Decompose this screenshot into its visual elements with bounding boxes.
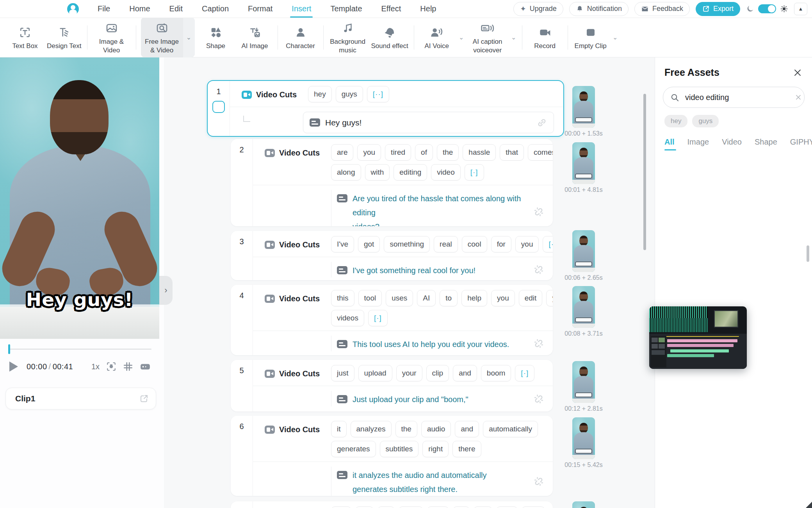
word-chip[interactable]: cool (462, 236, 487, 252)
word-chip[interactable]: the (395, 421, 417, 437)
word-chip[interactable]: automatically (483, 421, 538, 437)
broken-link-icon[interactable] (533, 338, 544, 349)
close-icon[interactable] (793, 68, 802, 77)
segment-thumbnail[interactable] (572, 86, 595, 128)
asset-search-box[interactable] (663, 87, 805, 108)
word-chip[interactable]: guys (336, 86, 363, 102)
word-chip[interactable]: upload (358, 365, 392, 381)
aspect-ratio-icon[interactable] (140, 361, 151, 372)
word-chip[interactable] (399, 506, 423, 508)
word-chip[interactable] (427, 506, 449, 508)
word-chip[interactable] (453, 506, 470, 508)
toolbar-empty-clip[interactable]: Empty Clip (571, 21, 610, 53)
word-chip[interactable]: hassle (463, 144, 496, 161)
broken-link-icon[interactable] (533, 394, 544, 404)
word-chip[interactable]: help (461, 290, 487, 306)
pause-chip[interactable]: [··] (367, 86, 389, 102)
word-chip[interactable]: videos (331, 310, 364, 326)
open-clip-icon[interactable] (139, 394, 149, 403)
word-chip[interactable]: to (440, 290, 458, 306)
word-chip[interactable]: and (453, 365, 477, 381)
ai-caption-voiceover-chevron-down-icon[interactable]: ⌄ (509, 26, 519, 49)
empty-clip-chevron-down-icon[interactable]: ⌄ (610, 26, 620, 49)
caption-block[interactable]: Are you tired of the hassle that comes a… (331, 190, 545, 226)
assets-scrollbar[interactable] (807, 245, 809, 262)
menu-template[interactable]: Template (330, 0, 362, 18)
word-chip[interactable]: analyzes (351, 421, 392, 437)
pause-chip[interactable]: [·] (543, 236, 553, 252)
word-chip[interactable]: you (491, 290, 515, 306)
word-chip[interactable]: comes (528, 144, 553, 161)
word-chip[interactable]: video (431, 164, 460, 181)
word-chip[interactable]: real (434, 236, 458, 252)
tag-chip-guys[interactable]: guys (692, 115, 719, 127)
collapse-topbar-button[interactable]: ▲ (794, 3, 807, 15)
word-chip[interactable]: clip (426, 365, 449, 381)
caption-block[interactable]: I've got something real cool for you! (331, 262, 545, 277)
toolbar-free-image-video[interactable]: Free Image & Video (141, 17, 183, 57)
word-chip[interactable]: right (422, 441, 449, 457)
word-chip[interactable]: of (415, 144, 433, 161)
tab-all[interactable]: All (664, 138, 675, 150)
segment-thumbnail[interactable] (572, 286, 595, 328)
word-chip[interactable]: hey (308, 86, 332, 102)
word-chip[interactable] (522, 506, 545, 508)
segment-card-5[interactable]: 5 Video Cuts justuploadyourclipandboom[·… (231, 360, 553, 411)
menu-caption[interactable]: Caption (202, 0, 229, 18)
caption-input[interactable]: Hey guys! (303, 112, 554, 133)
word-chip[interactable]: with (365, 164, 390, 181)
segment-thumbnail[interactable] (572, 417, 595, 459)
toolbar-background-music[interactable]: Background music (327, 17, 369, 57)
toolbar-ai-image[interactable]: AI Image (235, 21, 274, 53)
feedback-button[interactable]: Feedback (634, 2, 690, 16)
word-chip[interactable]: tired (385, 144, 411, 161)
upgrade-button[interactable]: ✦ Upgrade (513, 2, 563, 16)
word-chip[interactable] (496, 506, 517, 508)
word-chip[interactable]: you (357, 144, 381, 161)
word-chip[interactable]: you (515, 236, 539, 252)
asset-hover-preview[interactable] (649, 306, 747, 369)
tab-video[interactable]: Video (722, 138, 742, 150)
broken-link-icon[interactable] (533, 206, 544, 217)
user-avatar-icon[interactable] (67, 3, 79, 15)
pause-chip[interactable]: [·] (515, 365, 534, 381)
word-chip[interactable]: the (437, 144, 459, 161)
segment-thumbnail[interactable] (572, 142, 595, 184)
toolbar-character[interactable]: Character (281, 21, 320, 53)
toolbar-design-text[interactable]: Design Text (45, 21, 84, 53)
toolbar-shape[interactable]: Shape (196, 21, 235, 53)
broken-link-icon[interactable] (533, 264, 544, 275)
word-chip[interactable]: there (452, 441, 481, 457)
clip-card[interactable]: Clip1 (5, 388, 156, 410)
segment-thumbnail[interactable] (572, 501, 595, 508)
caption-block[interactable]: This tool uses AI to help you edit your … (331, 336, 545, 351)
tag-chip-hey[interactable]: hey (664, 115, 687, 127)
word-chip[interactable]: your (546, 290, 553, 306)
word-chip[interactable]: tool (358, 290, 382, 306)
theme-toggle[interactable] (758, 4, 776, 13)
progress-bar[interactable] (9, 349, 151, 350)
toolbar-sound-effect[interactable]: Sound effect (369, 21, 411, 53)
word-chip[interactable]: editing (394, 164, 427, 181)
toolbar-ai-caption-voiceover[interactable]: AI caption voiceover (467, 17, 509, 57)
menu-help[interactable]: Help (420, 0, 436, 18)
word-chip[interactable]: I've (331, 236, 354, 252)
menu-file[interactable]: File (98, 0, 110, 18)
word-chip[interactable]: subtitles (380, 441, 419, 457)
word-chip[interactable]: just (331, 365, 354, 381)
word-chip[interactable] (355, 506, 374, 508)
word-chip[interactable]: AI (417, 290, 436, 306)
transcript-scrollbar[interactable] (643, 94, 646, 250)
word-chip[interactable]: this (331, 290, 354, 306)
tab-shape[interactable]: Shape (755, 138, 777, 150)
search-input[interactable] (684, 93, 789, 102)
segment-card-2[interactable]: 2 Video Cuts areyoutiredofthehasslethatc… (231, 139, 553, 226)
tab-giphy[interactable]: GIPHY (790, 138, 812, 150)
ai-voice-chevron-down-icon[interactable]: ⌄ (456, 26, 467, 49)
broken-link-icon[interactable] (533, 476, 544, 487)
word-chip[interactable]: boom (481, 365, 511, 381)
free-image-video-chevron-down-icon[interactable]: ⌄ (183, 17, 195, 57)
menu-effect[interactable]: Effect (381, 0, 401, 18)
segment-card-1[interactable]: 1 Video Cuts heyguys[··] Hey guys! (207, 80, 564, 137)
word-chip[interactable]: it (331, 421, 347, 437)
